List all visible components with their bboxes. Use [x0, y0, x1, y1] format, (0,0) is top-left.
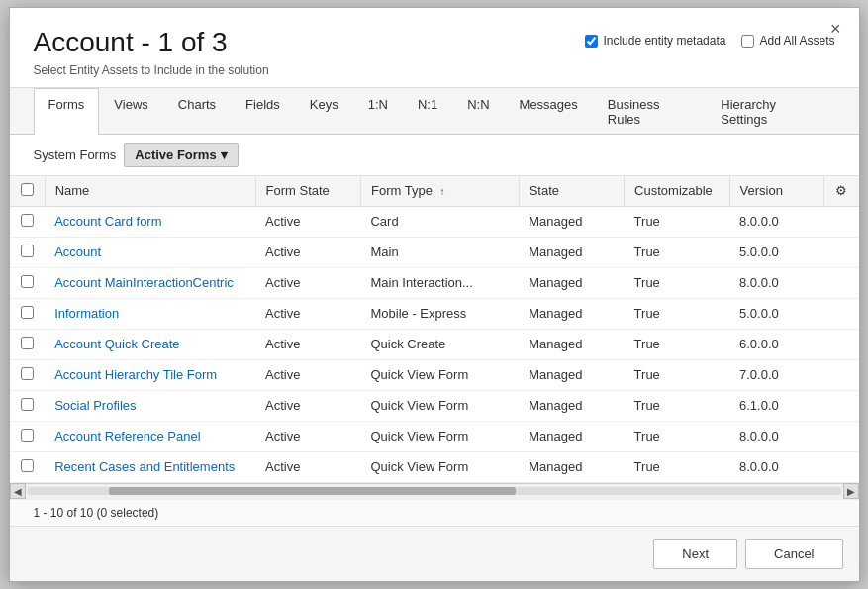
dialog-footer: Next Cancel	[10, 526, 859, 581]
row-checkbox[interactable]	[21, 214, 34, 227]
row-form-state-cell: Active	[255, 359, 360, 390]
row-customizable-cell: True	[625, 390, 729, 421]
scroll-right-arrow[interactable]: ▶	[843, 483, 859, 499]
row-name-link[interactable]: Account Reference Panel	[54, 429, 200, 443]
dropdown-arrow-icon: ▾	[221, 147, 228, 162]
row-name-link[interactable]: Account MainInteractionCentric	[54, 275, 234, 290]
tab-fields[interactable]: Fields	[231, 88, 295, 135]
table-row: Account Reference Panel Active Quick Vie…	[10, 421, 859, 451]
close-button[interactable]: ×	[824, 18, 847, 40]
row-checkbox-cell	[10, 206, 46, 237]
row-form-type-cell: Card	[360, 206, 519, 237]
tab-messages[interactable]: Messages	[505, 88, 593, 135]
select-all-checkbox[interactable]	[21, 183, 34, 196]
scroll-thumb	[109, 487, 516, 495]
tab-1n[interactable]: 1:N	[353, 88, 403, 135]
row-name-cell: Social Profiles	[45, 390, 255, 421]
main-dialog: × Account - 1 of 3 Select Entity Assets …	[9, 7, 860, 582]
row-form-state-cell: Active	[255, 237, 360, 267]
tab-business-rules[interactable]: Business Rules	[593, 88, 707, 135]
row-form-state-cell: Active	[255, 206, 360, 237]
active-forms-dropdown[interactable]: Active Forms ▾	[124, 143, 238, 167]
tab-n1[interactable]: N:1	[403, 88, 452, 135]
scroll-left-arrow[interactable]: ◀	[10, 483, 26, 499]
dialog-title: Account - 1 of 3	[34, 26, 586, 59]
row-name-cell: Account Quick Create	[45, 329, 255, 359]
table-row: Information Active Mobile - Express Mana…	[10, 298, 859, 329]
row-settings-cell	[824, 206, 859, 237]
row-checkbox-cell	[10, 329, 46, 359]
status-text: 1 - 10 of 10 (0 selected)	[34, 506, 159, 520]
col-header-settings[interactable]: ⚙	[824, 176, 859, 207]
row-state-cell: Managed	[519, 206, 624, 237]
row-checkbox-cell	[10, 298, 46, 329]
scroll-track[interactable]	[28, 487, 841, 495]
row-checkbox[interactable]	[21, 459, 34, 472]
row-checkbox-cell	[10, 267, 46, 298]
tab-forms[interactable]: Forms	[34, 88, 100, 135]
row-checkbox[interactable]	[21, 337, 34, 349]
row-name-cell: Account MainInteractionCentric	[45, 267, 255, 298]
row-customizable-cell: True	[625, 237, 729, 267]
include-metadata-checkbox[interactable]	[585, 35, 598, 48]
row-name-link[interactable]: Information	[54, 306, 119, 321]
row-state-cell: Managed	[519, 237, 624, 267]
row-checkbox-cell	[10, 237, 46, 267]
tab-views[interactable]: Views	[99, 88, 162, 135]
row-form-state-cell: Active	[255, 421, 360, 451]
row-name-link[interactable]: Social Profiles	[54, 398, 136, 413]
row-form-type-cell: Quick Create	[360, 329, 519, 359]
row-checkbox[interactable]	[21, 245, 34, 257]
row-version-cell: 8.0.0.0	[729, 421, 824, 451]
row-name-link[interactable]: Account Card form	[54, 214, 161, 229]
row-version-cell: 8.0.0.0	[729, 206, 824, 237]
col-header-form-type[interactable]: Form Type ↑	[360, 176, 519, 207]
row-form-type-cell: Main Interaction...	[360, 267, 519, 298]
include-metadata-label[interactable]: Include entity metadata	[585, 34, 725, 48]
table-row: Account Active Main Managed True 5.0.0.0	[10, 237, 859, 267]
row-form-type-cell: Quick View Form	[360, 359, 519, 390]
row-name-link[interactable]: Account	[54, 245, 101, 259]
row-settings-cell	[824, 298, 859, 329]
row-checkbox[interactable]	[21, 367, 34, 380]
title-area: Account - 1 of 3 Select Entity Assets to…	[34, 26, 586, 77]
row-name-cell: Information	[45, 298, 255, 329]
tab-charts[interactable]: Charts	[163, 88, 231, 135]
status-bar: 1 - 10 of 10 (0 selected)	[10, 499, 859, 526]
table-row: Recent Cases and Entitlements Active Qui…	[10, 451, 859, 482]
row-form-type-cell: Quick View Form	[360, 421, 519, 451]
row-state-cell: Managed	[519, 267, 624, 298]
row-name-cell: Account	[45, 237, 255, 267]
add-all-assets-label[interactable]: Add All Assets	[741, 34, 834, 48]
row-settings-cell	[824, 421, 859, 451]
row-name-cell: Recent Cases and Entitlements	[45, 451, 255, 482]
row-checkbox[interactable]	[21, 275, 34, 288]
row-form-state-cell: Active	[255, 390, 360, 421]
row-settings-cell	[824, 390, 859, 421]
add-all-assets-checkbox[interactable]	[741, 35, 754, 48]
table-row: Account Hierarchy Tile Form Active Quick…	[10, 359, 859, 390]
row-version-cell: 8.0.0.0	[729, 267, 824, 298]
row-form-state-cell: Active	[255, 298, 360, 329]
row-name-link[interactable]: Account Hierarchy Tile Form	[54, 367, 217, 382]
tab-nn[interactable]: N:N	[452, 88, 504, 135]
cancel-button[interactable]: Cancel	[745, 539, 842, 569]
next-button[interactable]: Next	[653, 539, 737, 569]
row-checkbox[interactable]	[21, 429, 34, 442]
row-name-link[interactable]: Recent Cases and Entitlements	[54, 459, 235, 474]
row-name-cell: Account Reference Panel	[45, 421, 255, 451]
system-forms-label: System Forms	[34, 147, 117, 162]
tabs-bar: Forms Views Charts Fields Keys 1:N N:1 N…	[10, 88, 859, 135]
row-checkbox[interactable]	[21, 398, 34, 411]
tab-hierarchy-settings[interactable]: Hierarchy Settings	[706, 88, 834, 135]
row-name-link[interactable]: Account Quick Create	[54, 337, 179, 351]
sort-icon: ↑	[440, 186, 445, 197]
row-customizable-cell: True	[625, 298, 729, 329]
table-row: Social Profiles Active Quick View Form M…	[10, 390, 859, 421]
row-state-cell: Managed	[519, 329, 624, 359]
col-header-version: Version	[729, 176, 824, 207]
tab-keys[interactable]: Keys	[295, 88, 353, 135]
sub-toolbar: System Forms Active Forms ▾	[10, 135, 859, 176]
row-checkbox[interactable]	[21, 306, 34, 319]
row-version-cell: 8.0.0.0	[729, 451, 824, 482]
